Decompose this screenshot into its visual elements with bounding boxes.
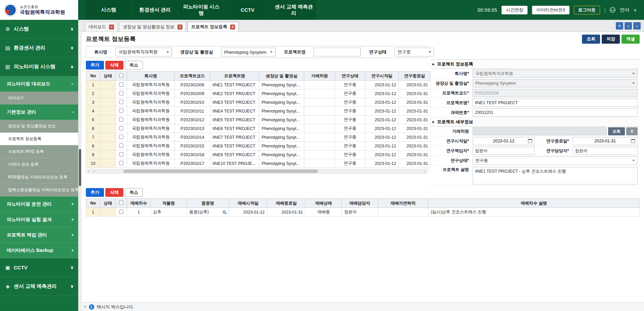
language-label[interactable]: 언어 xyxy=(620,7,629,13)
row-checkbox[interactable] xyxy=(119,143,123,148)
grid-horizontal-scrollbar[interactable]: ‹ › › xyxy=(86,169,428,174)
scroll-left-icon[interactable]: ‹ xyxy=(86,169,92,173)
chamber-select[interactable]: Phenotyping Sysytem xyxy=(473,79,638,87)
tab-close-icon[interactable] xyxy=(230,25,235,30)
project-row[interactable]: 9 국립원예특작과학원 P202301016 lINE9 TEST PROJEC… xyxy=(86,150,431,159)
cancel-button[interactable]: 취소 xyxy=(125,61,143,70)
company-filter-select[interactable]: 국립원예특작과학원 xyxy=(115,48,172,56)
row-checkbox[interactable] xyxy=(119,91,123,95)
next-tab-button[interactable]: › xyxy=(633,22,641,30)
project-row[interactable]: 6 국립원예특작과학원 P202301013 lINE6 TEST PROJEC… xyxy=(86,124,431,133)
chamber-filter-select[interactable]: Phenotyping Sysytem xyxy=(221,48,275,56)
description-field[interactable]: lINE1 TEST PROJECT - 상추 건조스트레스 진행 xyxy=(473,167,638,184)
project-row[interactable]: 7 국립원예특작과학원 P202301014 lINE7 TEST PROJEC… xyxy=(86,133,431,142)
row-checkbox[interactable] xyxy=(119,152,123,157)
content-vertical-scrollbar[interactable] xyxy=(78,20,82,311)
row-checkbox[interactable] xyxy=(119,135,123,139)
top-nav-item[interactable]: 센서 교체 예측관리 xyxy=(271,0,317,20)
top-nav-item[interactable]: 시스템 xyxy=(86,0,132,20)
collapse-arrow-icon[interactable]: ▾ xyxy=(84,305,86,309)
culture-row[interactable]: 1 1 상추 품종(상추) 2023-01-12 2023-01-31 xyxy=(86,208,640,217)
sidebar-item[interactable]: 피노타이핑 운전 관리 + xyxy=(0,196,78,212)
client-clear-button[interactable]: X xyxy=(626,127,638,135)
row-checkbox[interactable] xyxy=(119,126,123,130)
culture-add-button[interactable]: 추가 xyxy=(86,188,104,197)
row-checkbox[interactable] xyxy=(119,210,123,214)
top-nav-item[interactable]: CCTV xyxy=(224,0,271,20)
close-all-tabs-button[interactable]: × xyxy=(616,22,623,30)
sidebar-item[interactable]: 기본정보 관리 − xyxy=(0,104,78,120)
sidebar-item[interactable]: 프로젝트 정보등록 xyxy=(0,133,78,145)
top-nav-item[interactable]: 환경센서 관리 xyxy=(132,0,178,20)
project-row[interactable]: 1 국립원예특작과학원 P202301008 lINE1 TEST PROJEC… xyxy=(86,81,431,89)
project-row[interactable]: 5 국립원예특작과학원 P202301012 lINE5 TEST PROJEC… xyxy=(86,116,431,124)
scrollbar-track[interactable] xyxy=(97,169,422,173)
delete-button[interactable]: 삭제 xyxy=(105,61,123,70)
globe-icon[interactable] xyxy=(610,7,615,13)
scrollbar-handle[interactable] xyxy=(123,170,318,173)
research-status-select[interactable]: 연구중 xyxy=(473,157,638,165)
tab[interactable]: 대쉬보드 xyxy=(85,22,118,32)
tab-close-icon[interactable] xyxy=(177,25,182,30)
row-checkbox[interactable] xyxy=(119,108,123,113)
project-row[interactable]: 8 국립원예특작과학원 P202301015 lINE8 TEST PROJEC… xyxy=(86,142,431,150)
scroll-right-icon[interactable]: › xyxy=(422,169,427,173)
tab[interactable]: 생장상 및 영상촬영실 정보 xyxy=(119,22,186,32)
manager-field[interactable] xyxy=(573,147,638,155)
task-number-field[interactable] xyxy=(473,108,638,117)
sidebar-item[interactable]: RGB촬영실 카메라좌표정보 등록 xyxy=(0,171,78,184)
search-icon[interactable] xyxy=(223,211,226,214)
sidebar-item[interactable]: ⚙ 시스템 ∨ xyxy=(0,20,78,39)
extend-time-button[interactable]: 시간연장 xyxy=(501,6,528,14)
culture-delete-button[interactable]: 삭제 xyxy=(105,188,123,197)
tab[interactable]: 프로젝트 정보등록 xyxy=(187,22,239,32)
sidebar-item[interactable]: 프로젝트 RFID 등록 xyxy=(0,145,78,158)
sidebar-item[interactable]: ▤ 환경센서 관리 ∨ xyxy=(0,39,78,57)
start-date-field[interactable]: 2023-01-12 xyxy=(473,137,535,145)
account-button[interactable]: 아이티컨버전3 xyxy=(532,6,569,14)
search-button[interactable]: 조회 xyxy=(582,35,600,44)
project-name-input[interactable] xyxy=(314,48,361,56)
calendar-icon[interactable] xyxy=(631,139,635,143)
client-search-button[interactable]: 조회 xyxy=(608,127,625,135)
end-date-field[interactable]: 2023-01-31 xyxy=(573,137,638,145)
project-row[interactable]: 3 국립원예특작과학원 P202301010 lINE3 TEST PROJEC… xyxy=(86,98,431,107)
leader-field[interactable] xyxy=(473,147,535,155)
row-checkbox[interactable] xyxy=(119,117,123,122)
sidebar-item[interactable]: 카메라 정보 등록 xyxy=(0,158,78,171)
company-select[interactable]: 국립원예특작과학원 xyxy=(473,70,638,78)
prev-tab-button[interactable]: ‹ xyxy=(625,22,632,30)
scrollbar-handle[interactable] xyxy=(79,149,81,186)
sidebar-item[interactable]: 피노타이핑 실험 결과 + xyxy=(0,212,78,227)
row-checkbox[interactable] xyxy=(119,161,123,165)
logo[interactable]: 농촌진흥청 국립원예특작과학원 xyxy=(0,0,78,20)
sidebar-item[interactable]: 대쉬보드 xyxy=(0,92,78,104)
sidebar-item[interactable]: 생장상 및 영상촬영실 정보 xyxy=(0,120,78,133)
row-checkbox[interactable] xyxy=(119,100,123,104)
logout-button[interactable]: 로그아웃 xyxy=(574,6,600,14)
excel-button[interactable]: 엑셀 xyxy=(622,35,640,44)
project-row[interactable]: 10 국립원예특작과학원 P202301017 lINE10 TEST PROJ… xyxy=(86,159,431,168)
save-button[interactable]: 저장 xyxy=(602,35,620,44)
tab-close-icon[interactable] xyxy=(109,25,114,30)
culture-cancel-button[interactable]: 취소 xyxy=(125,188,143,197)
sidebar-item[interactable]: 피노타이핑 대쉬보드 − xyxy=(0,76,78,92)
sidebar-item[interactable]: ◈ 센서 교체 예측관리 ∨ xyxy=(0,277,78,296)
row-checkbox[interactable] xyxy=(119,82,123,87)
language-chevron-icon[interactable]: ∨ xyxy=(634,8,637,12)
status-filter-select[interactable]: 연구중 xyxy=(394,48,434,56)
project-row[interactable]: 4 국립원예특작과학원 P202301011 lINE4 TEST PROJEC… xyxy=(86,107,431,116)
project-name-field[interactable] xyxy=(473,99,638,107)
select-all-checkbox[interactable] xyxy=(119,73,123,78)
project-row[interactable]: 2 국립원예특작과학원 P202301009 lINE2 TEST PROJEC… xyxy=(86,89,431,98)
top-nav-item[interactable]: 피노타이핑 시스템 xyxy=(178,0,224,20)
add-button[interactable]: 추가 xyxy=(86,61,104,70)
sidebar-item[interactable]: ▣ CCTV ∨ xyxy=(0,258,78,277)
sidebar-item[interactable]: 엽록소형광촬영실 카메라좌표정보 등록 xyxy=(0,184,78,196)
calendar-icon[interactable] xyxy=(528,139,532,143)
scroll-left2-icon[interactable]: › xyxy=(92,169,97,173)
sidebar-item[interactable]: 데이타베이스 Backup + xyxy=(0,243,78,258)
sidebar-item[interactable]: ▥ 피노타이핑 시스템 ∧ xyxy=(0,57,78,76)
sidebar-item[interactable]: 프로젝트 백업 관리 + xyxy=(0,227,78,243)
select-all-checkbox[interactable] xyxy=(119,201,123,205)
